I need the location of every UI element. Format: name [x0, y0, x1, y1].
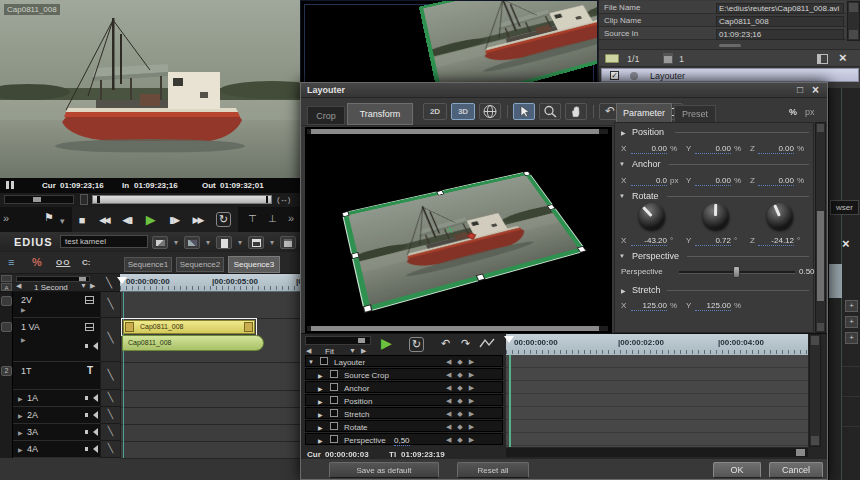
- tab-sequence2[interactable]: Sequence2: [176, 257, 224, 272]
- anchor-z-unit[interactable]: %: [797, 176, 804, 185]
- keyframe-playhead-line[interactable]: [509, 355, 511, 447]
- capture-icon[interactable]: [152, 236, 168, 249]
- kf-scroll-down[interactable]: [811, 436, 819, 445]
- tab-sequence3[interactable]: Sequence3: [228, 256, 280, 273]
- kf-row-anchor[interactable]: ▶ Anchor ◀ ◆ ▶: [305, 381, 503, 393]
- anchor-y-unit[interactable]: %: [734, 176, 741, 185]
- save-icon[interactable]: [280, 236, 296, 249]
- collapse-icon[interactable]: ▼: [308, 359, 314, 365]
- kf-checkbox[interactable]: [330, 383, 338, 391]
- mode-3d-button[interactable]: 3D: [451, 103, 475, 120]
- transform-plane[interactable]: [343, 172, 586, 312]
- layouter-canvas[interactable]: [305, 127, 612, 333]
- rotate-z-unit[interactable]: °: [797, 236, 800, 245]
- scale-caret-icon[interactable]: ▼: [80, 282, 87, 289]
- goto-in-icon[interactable]: ⊤: [248, 213, 257, 224]
- stretch-y-unit[interactable]: %: [734, 301, 741, 310]
- perspective-collapse-icon[interactable]: ▼: [619, 253, 625, 259]
- perspective-slider-thumb[interactable]: [733, 266, 740, 278]
- scale-next-icon[interactable]: ▶: [90, 282, 95, 290]
- group-mode-icon[interactable]: OO: [56, 258, 70, 267]
- track-pen-1t[interactable]: ╲: [100, 362, 120, 390]
- track-pen-1a[interactable]: ╲: [100, 390, 120, 407]
- rotate-x-knob[interactable]: [639, 203, 665, 229]
- marker-flag-icon[interactable]: ⚑: [44, 211, 54, 224]
- perspective-section-label[interactable]: Perspective: [632, 251, 679, 261]
- kf-nav-icons[interactable]: ◀ ◆ ▶: [446, 358, 476, 366]
- param-scroll-down[interactable]: [817, 323, 824, 331]
- rotate-y-value[interactable]: 0.72: [695, 236, 731, 246]
- add-track-button[interactable]: +: [845, 332, 858, 344]
- track-speaker-icon[interactable]: [89, 428, 98, 436]
- kf-nav-icons[interactable]: ◀ ◆ ▶: [446, 384, 476, 392]
- video-clip[interactable]: Cap0811_008: [123, 320, 255, 334]
- clip-in-handle[interactable]: [125, 322, 134, 332]
- kf-play-button[interactable]: ▶: [381, 335, 392, 351]
- track-pen-4a[interactable]: ╲: [100, 441, 120, 458]
- add-track-button[interactable]: +: [845, 316, 858, 328]
- export-icon[interactable]: (↔): [277, 195, 290, 204]
- expand-icon[interactable]: ▶: [318, 398, 323, 405]
- anchor-collapse-icon[interactable]: ▼: [619, 161, 625, 167]
- track-speaker-icon[interactable]: [89, 411, 98, 419]
- tab-transform[interactable]: Transform: [347, 103, 413, 125]
- expand-icon[interactable]: ▶: [318, 372, 323, 379]
- kf-hscrollbar[interactable]: [506, 448, 808, 457]
- zoom-tool-icon[interactable]: [539, 103, 561, 120]
- kf-vscrollbar[interactable]: [809, 334, 821, 447]
- rotate-z-value[interactable]: -24.12: [758, 236, 794, 246]
- kf-zoom-thumb[interactable]: [358, 338, 365, 343]
- rotate-collapse-icon[interactable]: ▼: [619, 193, 625, 199]
- rotate-y-knob[interactable]: [703, 203, 729, 229]
- va-group-lock-icon[interactable]: [1, 322, 12, 332]
- close-icon[interactable]: ×: [812, 83, 819, 97]
- track-header-4a[interactable]: ▶ 4A: [13, 441, 100, 458]
- track-header-1t[interactable]: 1T T: [13, 362, 100, 390]
- handle-top-right[interactable]: [523, 171, 531, 176]
- timeline-playhead-line[interactable]: [123, 292, 124, 458]
- track-expand-icon[interactable]: ▶: [18, 429, 23, 436]
- canvas-hscroll-bottom-thumb[interactable]: [311, 326, 599, 331]
- expand-icon[interactable]: ▶: [318, 411, 323, 418]
- handle-bottom-right[interactable]: [577, 246, 587, 253]
- stretch-section-label[interactable]: Stretch: [632, 285, 661, 295]
- kf-row-perspective[interactable]: ▶ Perspective 0,50 ◀ ◆ ▶: [305, 433, 503, 445]
- keyframe-ruler[interactable]: 00:00:00:00 |00:00:02:00 |00:00:04:00: [506, 334, 808, 355]
- expand-icon[interactable]: ▶: [318, 424, 323, 431]
- tab-sequence1[interactable]: Sequence1: [124, 257, 172, 272]
- kf-row-position[interactable]: ▶ Position ◀ ◆ ▶: [305, 394, 503, 406]
- info-scrollbar[interactable]: [847, 1, 860, 41]
- layout-view-icon[interactable]: [817, 54, 828, 64]
- track-speaker-icon[interactable]: [89, 445, 98, 453]
- handle-bottom-center[interactable]: [476, 273, 486, 281]
- anchor-y-value[interactable]: 0.00: [695, 176, 731, 186]
- capture-caret-icon[interactable]: ▾: [174, 238, 178, 247]
- position-playhead[interactable]: [97, 196, 100, 203]
- mode-2d-button[interactable]: 2D: [423, 103, 447, 120]
- export-caret-icon[interactable]: ▾: [270, 238, 274, 247]
- position-x-value[interactable]: 0.00: [631, 144, 667, 154]
- scale-prev-icon[interactable]: ◀: [16, 282, 21, 290]
- extend-mode-icon[interactable]: C:: [82, 258, 90, 267]
- kf-checkbox[interactable]: [330, 409, 338, 417]
- anchor-z-value[interactable]: 0.00: [758, 176, 794, 186]
- unit-percent-toggle[interactable]: %: [789, 107, 797, 117]
- cancel-button[interactable]: Cancel: [769, 462, 823, 478]
- canvas-hscroll-top[interactable]: [307, 129, 608, 134]
- kf-nav-icons[interactable]: ◀ ◆ ▶: [446, 371, 476, 379]
- anchor-x-unit[interactable]: px: [670, 176, 678, 185]
- track-pen-3a[interactable]: ╲: [100, 424, 120, 441]
- handle-bottom-left[interactable]: [363, 304, 373, 313]
- kf-row-layouter[interactable]: ▼ Layouter ◀ ◆ ▶: [305, 355, 503, 367]
- unit-px-toggle[interactable]: px: [805, 107, 815, 117]
- kf-checkbox[interactable]: [330, 396, 338, 404]
- track-gutter-icon-a[interactable]: [1, 275, 12, 282]
- clip-out-handle[interactable]: [244, 322, 253, 332]
- shuttle-slider[interactable]: [4, 195, 74, 204]
- kf-nav-icons[interactable]: ◀ ◆ ▶: [446, 423, 476, 431]
- stretch-expand-icon[interactable]: ▶: [621, 287, 626, 294]
- stretch-x-value[interactable]: 125.00: [631, 301, 667, 311]
- jog-icon[interactable]: [80, 194, 88, 205]
- kf-scale-prev-icon[interactable]: ◀: [306, 347, 311, 355]
- scroll-up-button[interactable]: [849, 3, 858, 12]
